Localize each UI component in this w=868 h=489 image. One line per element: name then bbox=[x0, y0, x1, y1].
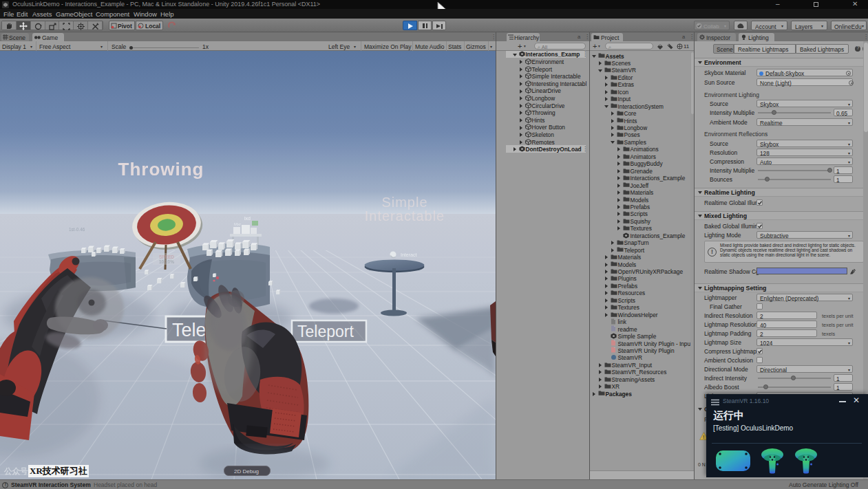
svg-text:!: ! bbox=[703, 434, 704, 440]
